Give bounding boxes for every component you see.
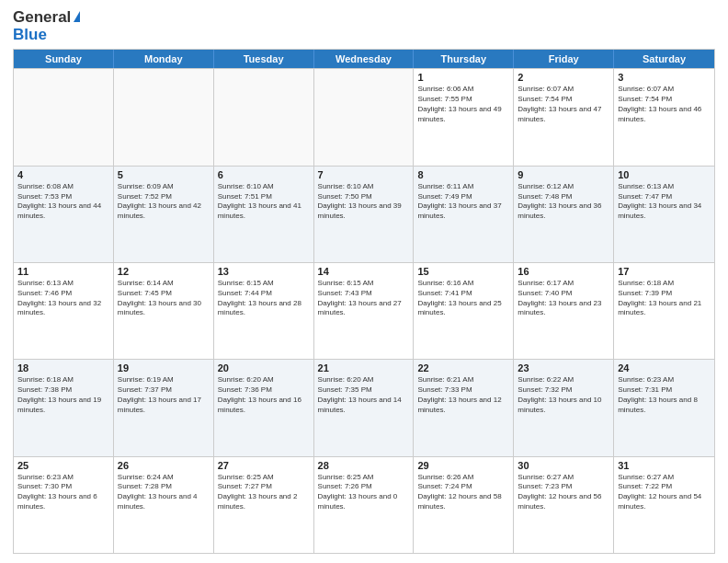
day-info: Sunrise: 6:20 AMSunset: 7:35 PMDaylight:… (318, 375, 410, 415)
day-info: Sunrise: 6:07 AMSunset: 7:54 PMDaylight:… (518, 85, 609, 124)
day-number: 5 (118, 169, 210, 180)
weekday-header: Tuesday (214, 50, 314, 68)
calendar-day: 31Sunrise: 6:27 AMSunset: 7:22 PMDayligh… (614, 457, 714, 553)
day-info: Sunrise: 6:23 AMSunset: 7:30 PMDaylight:… (17, 473, 109, 512)
calendar-day: 11Sunrise: 6:13 AMSunset: 7:46 PMDayligh… (14, 263, 114, 359)
day-info: Sunrise: 6:25 AMSunset: 7:27 PMDaylight:… (218, 473, 310, 512)
calendar-day: 3Sunrise: 6:07 AMSunset: 7:54 PMDaylight… (614, 69, 714, 165)
day-info: Sunrise: 6:23 AMSunset: 7:31 PMDaylight:… (618, 375, 711, 415)
calendar-day: 25Sunrise: 6:23 AMSunset: 7:30 PMDayligh… (14, 457, 114, 553)
calendar-day: 1Sunrise: 6:06 AMSunset: 7:55 PMDaylight… (414, 69, 514, 165)
day-number: 27 (218, 460, 310, 471)
calendar-day: 19Sunrise: 6:19 AMSunset: 7:37 PMDayligh… (114, 360, 214, 455)
day-number: 19 (118, 362, 210, 373)
day-number: 8 (417, 169, 509, 180)
page: General Blue SundayMondayTuesdayWednesda… (0, 0, 728, 563)
day-info: Sunrise: 6:09 AMSunset: 7:52 PMDaylight:… (118, 182, 210, 222)
calendar-day: 21Sunrise: 6:20 AMSunset: 7:35 PMDayligh… (314, 360, 415, 455)
calendar-day: 15Sunrise: 6:16 AMSunset: 7:41 PMDayligh… (414, 263, 514, 359)
weekday-header: Sunday (14, 50, 114, 68)
calendar-week: 18Sunrise: 6:18 AMSunset: 7:38 PMDayligh… (14, 359, 714, 455)
day-info: Sunrise: 6:18 AMSunset: 7:39 PMDaylight:… (618, 279, 711, 318)
calendar-week: 4Sunrise: 6:08 AMSunset: 7:53 PMDaylight… (14, 166, 714, 262)
day-number: 22 (417, 362, 509, 373)
day-number: 16 (518, 266, 609, 277)
day-number: 31 (618, 460, 711, 471)
day-number: 29 (417, 460, 509, 471)
calendar-body: 1Sunrise: 6:06 AMSunset: 7:55 PMDaylight… (14, 68, 714, 553)
calendar-day: 7Sunrise: 6:10 AMSunset: 7:50 PMDaylight… (314, 167, 415, 262)
day-number: 20 (218, 362, 310, 373)
calendar-day: 4Sunrise: 6:08 AMSunset: 7:53 PMDaylight… (14, 167, 114, 262)
day-info: Sunrise: 6:19 AMSunset: 7:37 PMDaylight:… (118, 375, 210, 415)
day-info: Sunrise: 6:14 AMSunset: 7:45 PMDaylight:… (118, 279, 210, 318)
day-number: 14 (318, 266, 410, 277)
calendar-day: 24Sunrise: 6:23 AMSunset: 7:31 PMDayligh… (614, 360, 714, 455)
empty-cell (114, 69, 214, 165)
day-number: 15 (417, 266, 509, 277)
day-number: 26 (118, 460, 210, 471)
day-info: Sunrise: 6:06 AMSunset: 7:55 PMDaylight:… (417, 85, 509, 124)
day-info: Sunrise: 6:12 AMSunset: 7:48 PMDaylight:… (518, 182, 609, 222)
calendar-day: 28Sunrise: 6:25 AMSunset: 7:26 PMDayligh… (314, 457, 415, 553)
weekday-header: Wednesday (314, 50, 415, 68)
calendar-day: 30Sunrise: 6:27 AMSunset: 7:23 PMDayligh… (514, 457, 614, 553)
day-info: Sunrise: 6:13 AMSunset: 7:47 PMDaylight:… (618, 182, 711, 222)
day-number: 25 (17, 460, 109, 471)
day-info: Sunrise: 6:18 AMSunset: 7:38 PMDaylight:… (17, 375, 109, 415)
calendar-day: 20Sunrise: 6:20 AMSunset: 7:36 PMDayligh… (214, 360, 314, 455)
calendar-day: 23Sunrise: 6:22 AMSunset: 7:32 PMDayligh… (514, 360, 614, 455)
calendar-day: 13Sunrise: 6:15 AMSunset: 7:44 PMDayligh… (214, 263, 314, 359)
calendar-header: SundayMondayTuesdayWednesdayThursdayFrid… (14, 50, 714, 68)
weekday-header: Monday (114, 50, 214, 68)
calendar-day: 14Sunrise: 6:15 AMSunset: 7:43 PMDayligh… (314, 263, 415, 359)
day-info: Sunrise: 6:07 AMSunset: 7:54 PMDaylight:… (618, 85, 711, 124)
day-number: 11 (17, 266, 109, 277)
day-number: 6 (218, 169, 310, 180)
day-number: 2 (518, 72, 609, 83)
day-number: 24 (618, 362, 711, 373)
empty-cell (214, 69, 314, 165)
calendar-day: 2Sunrise: 6:07 AMSunset: 7:54 PMDaylight… (514, 69, 614, 165)
header: General Blue (13, 9, 715, 43)
day-number: 9 (518, 169, 609, 180)
calendar-day: 29Sunrise: 6:26 AMSunset: 7:24 PMDayligh… (414, 457, 514, 553)
day-info: Sunrise: 6:11 AMSunset: 7:49 PMDaylight:… (417, 182, 509, 222)
day-number: 1 (417, 72, 509, 83)
empty-cell (314, 69, 415, 165)
calendar-day: 12Sunrise: 6:14 AMSunset: 7:45 PMDayligh… (114, 263, 214, 359)
day-number: 3 (618, 72, 711, 83)
day-number: 12 (118, 266, 210, 277)
calendar-day: 17Sunrise: 6:18 AMSunset: 7:39 PMDayligh… (614, 263, 714, 359)
day-info: Sunrise: 6:27 AMSunset: 7:23 PMDaylight:… (518, 473, 609, 512)
day-info: Sunrise: 6:20 AMSunset: 7:36 PMDaylight:… (218, 375, 310, 415)
calendar-week: 11Sunrise: 6:13 AMSunset: 7:46 PMDayligh… (14, 262, 714, 359)
calendar-day: 22Sunrise: 6:21 AMSunset: 7:33 PMDayligh… (414, 360, 514, 455)
calendar-day: 18Sunrise: 6:18 AMSunset: 7:38 PMDayligh… (14, 360, 114, 455)
day-info: Sunrise: 6:08 AMSunset: 7:53 PMDaylight:… (17, 182, 109, 222)
logo-area: General Blue (13, 9, 80, 43)
calendar-day: 26Sunrise: 6:24 AMSunset: 7:28 PMDayligh… (114, 457, 214, 553)
day-number: 23 (518, 362, 609, 373)
weekday-header: Friday (514, 50, 614, 68)
calendar-day: 8Sunrise: 6:11 AMSunset: 7:49 PMDaylight… (414, 167, 514, 262)
day-info: Sunrise: 6:26 AMSunset: 7:24 PMDaylight:… (417, 473, 509, 512)
day-number: 28 (318, 460, 410, 471)
day-number: 13 (218, 266, 310, 277)
day-info: Sunrise: 6:10 AMSunset: 7:50 PMDaylight:… (318, 182, 410, 222)
day-info: Sunrise: 6:22 AMSunset: 7:32 PMDaylight:… (518, 375, 609, 415)
calendar-day: 10Sunrise: 6:13 AMSunset: 7:47 PMDayligh… (614, 167, 714, 262)
day-info: Sunrise: 6:25 AMSunset: 7:26 PMDaylight:… (318, 473, 410, 512)
calendar-day: 9Sunrise: 6:12 AMSunset: 7:48 PMDaylight… (514, 167, 614, 262)
calendar-day: 5Sunrise: 6:09 AMSunset: 7:52 PMDaylight… (114, 167, 214, 262)
day-info: Sunrise: 6:17 AMSunset: 7:40 PMDaylight:… (518, 279, 609, 318)
calendar-week: 1Sunrise: 6:06 AMSunset: 7:55 PMDaylight… (14, 68, 714, 165)
day-number: 21 (318, 362, 410, 373)
day-number: 18 (17, 362, 109, 373)
calendar: SundayMondayTuesdayWednesdayThursdayFrid… (13, 49, 715, 554)
day-number: 4 (17, 169, 109, 180)
day-number: 17 (618, 266, 711, 277)
day-number: 10 (618, 169, 711, 180)
day-info: Sunrise: 6:15 AMSunset: 7:43 PMDaylight:… (318, 279, 410, 318)
day-info: Sunrise: 6:16 AMSunset: 7:41 PMDaylight:… (417, 279, 509, 318)
